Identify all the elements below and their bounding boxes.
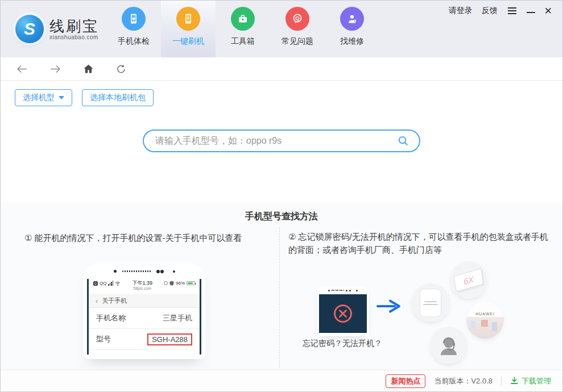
phone-settings-mockup: Q QQ 下午1:39 58pic.com <box>83 264 205 359</box>
nav-label: 工具箱 <box>231 36 255 47</box>
help-left-column: ① 能开机的情况下，打开手机的设置-关于手机中可以查看 Q QQ <box>1 227 279 368</box>
svg-text:Q: Q <box>295 15 299 21</box>
nav-item-faq[interactable]: Q 常见问题 <box>270 1 325 57</box>
nav-label: 找维修 <box>340 36 364 47</box>
logo-subtitle: xianshuabao.com <box>49 34 99 40</box>
nav-item-toolbox[interactable]: 工具箱 <box>216 1 270 57</box>
store-sign: HUAWEI <box>466 301 504 317</box>
location-icon <box>164 281 168 285</box>
footer-bar: 新闻热点 当前版本：V2.0.8 下载管理 <box>1 370 562 391</box>
close-icon[interactable]: ✕ <box>544 6 552 16</box>
help-right-column: ② 忘记锁屏密码/无法开机的情况下，可以查看手机的包装盒或者手机的背面；或者咨询… <box>279 227 562 368</box>
logo-icon: S <box>15 15 44 43</box>
qq-app-icon: Q <box>93 281 98 286</box>
repair-person-icon <box>340 7 364 31</box>
phone-name-label: 手机名称 <box>96 313 126 323</box>
wifi-icon <box>115 281 121 286</box>
actions-row: 选择机型 选择本地刷机包 <box>1 81 562 106</box>
select-model-button[interactable]: 选择机型 <box>15 89 72 106</box>
packaging-box-bubble: 6X <box>450 261 487 299</box>
signal-icon <box>108 281 113 286</box>
phone-status-bar: Q QQ 下午1:39 58pic.com <box>89 279 200 294</box>
nav-item-phone-checkup[interactable]: 手机体检 <box>106 1 161 57</box>
storefront-illustration: HUAWEI <box>466 301 504 339</box>
search-input[interactable] <box>155 136 397 146</box>
phone-checkup-icon <box>122 7 146 31</box>
instruction-step-1: ① 能开机的情况下，打开手机的设置-关于手机中可以查看 <box>24 231 275 244</box>
phone-name-value: 三星手机 <box>163 313 192 323</box>
battery-icon <box>187 281 195 285</box>
search-box <box>143 130 420 152</box>
phone-back-bubble <box>411 283 450 322</box>
search-row <box>1 130 562 152</box>
chevron-down-icon <box>59 96 64 99</box>
phone-model-row: 型号 SGH-A288 <box>89 329 200 350</box>
arrow-right-icon <box>376 298 401 316</box>
download-manager-link[interactable]: 下载管理 <box>510 376 551 386</box>
phone-name-row: 手机名称 三星手机 <box>89 308 200 329</box>
toolbox-icon <box>231 7 255 31</box>
download-manager-label: 下载管理 <box>521 376 551 386</box>
help-section: 手机型号查找方法 ① 能开机的情况下，打开手机的设置-关于手机中可以查看 Q <box>1 202 562 370</box>
search-icon[interactable] <box>397 135 409 147</box>
select-local-package-button[interactable]: 选择本地刷机包 <box>82 89 154 106</box>
phone-store-bubble: HUAWEI <box>466 301 504 339</box>
shield-icon <box>169 281 174 286</box>
select-local-package-label: 选择本地刷机包 <box>90 93 146 103</box>
refresh-icon[interactable] <box>115 63 127 75</box>
phone-model-label: 型号 <box>96 334 111 344</box>
version-label: 当前版本：V2.0.8 <box>434 376 492 386</box>
carrier-label: QQ <box>100 281 106 286</box>
customer-service-icon <box>437 333 461 357</box>
logo-title: 线刷宝 <box>49 18 99 34</box>
back-chevron-icon: ‹ <box>96 297 98 305</box>
nav-item-find-repair[interactable]: 找维修 <box>325 1 379 57</box>
phone-back-illustration <box>420 289 441 317</box>
battery-percent: 96% <box>176 281 185 286</box>
app-header: S 线刷宝 xianshuabao.com 手机体检 <box>1 1 562 57</box>
one-key-flash-icon <box>176 7 200 31</box>
navigation-toolbar <box>1 57 562 81</box>
select-model-label: 选择机型 <box>23 93 55 103</box>
nav-label: 一键刷机 <box>172 36 204 47</box>
nav-label: 手机体检 <box>118 36 150 47</box>
locked-phone-mockup <box>317 286 369 336</box>
nav-label: 常见问题 <box>282 36 313 47</box>
about-phone-nav: ‹ 关于手机 <box>89 294 200 308</box>
phone-bezel <box>83 264 205 279</box>
app-window: S 线刷宝 xianshuabao.com 手机体检 <box>0 0 563 392</box>
news-hotspot-badge[interactable]: 新闻热点 <box>386 374 425 388</box>
about-phone-title: 关于手机 <box>102 297 127 305</box>
phone-model-value-highlighted: SGH-A288 <box>147 333 192 345</box>
home-icon[interactable] <box>82 63 94 75</box>
phone-watermark: 58pic.com <box>121 286 164 291</box>
main-nav: 手机体检 一键刷机 <box>106 1 379 57</box>
locked-phone-label: 忘记密码？无法开机？ <box>303 339 411 349</box>
forward-icon[interactable] <box>49 62 62 76</box>
app-logo: S 线刷宝 xianshuabao.com <box>15 15 99 43</box>
packaging-box-illustration: 6X <box>454 268 483 292</box>
menu-icon[interactable] <box>507 6 518 15</box>
back-icon[interactable] <box>15 62 28 76</box>
phone-screen: Q QQ 下午1:39 58pic.com <box>87 279 201 355</box>
customer-service-bubble <box>430 327 467 364</box>
faq-question-icon: Q <box>285 7 309 31</box>
feedback-link[interactable]: 反馈 <box>482 6 498 16</box>
download-icon <box>510 377 519 385</box>
locked-phone-collage: 忘记密码？无法开机？ 6X <box>280 227 562 368</box>
help-title: 手机型号查找方法 <box>1 202 562 223</box>
titlebar-controls: 请登录 反馈 ✕ <box>449 6 552 16</box>
minimize-icon[interactable] <box>527 12 535 13</box>
error-x-icon <box>332 303 354 324</box>
nav-item-one-key-flash[interactable]: 一键刷机 <box>161 1 216 57</box>
footer-divider <box>501 377 502 386</box>
locked-phone-screen <box>319 294 367 333</box>
phone-time: 下午1:39 <box>121 281 164 286</box>
login-link[interactable]: 请登录 <box>449 6 473 16</box>
